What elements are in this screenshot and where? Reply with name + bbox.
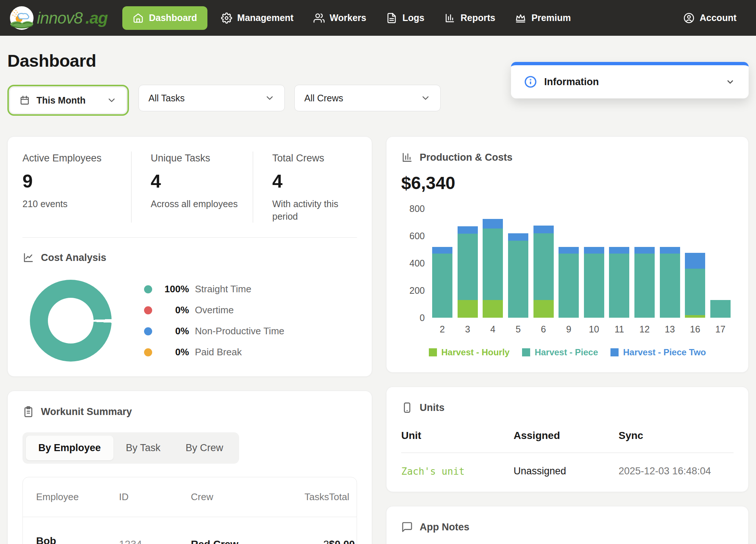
stat-sub: Across all employees — [151, 198, 238, 210]
bar-column: 3 — [458, 208, 478, 335]
bar-stack — [533, 226, 554, 318]
chevron-down-icon — [265, 93, 275, 103]
legend-label: Harvest - Hourly — [441, 347, 510, 358]
bar-segment — [685, 269, 705, 315]
tasks-filter-value: All Tasks — [148, 93, 185, 104]
legend-pct: 0% — [160, 304, 189, 316]
tab-by-crew[interactable]: By Crew — [173, 436, 236, 460]
gear-icon — [221, 13, 232, 24]
x-tick-label: 6 — [541, 318, 546, 335]
bar-column: 9 — [559, 208, 579, 335]
workunit-tabs: By Employee By Task By Crew — [22, 432, 239, 464]
calendar-icon — [20, 95, 30, 105]
bar-segment — [483, 229, 503, 300]
legend-dot — [144, 306, 152, 314]
section-title-text: App Notes — [420, 522, 469, 533]
bar-chart-icon — [401, 151, 413, 163]
x-tick-label: 11 — [615, 318, 624, 335]
col-header-total: Total — [329, 491, 349, 503]
bar-segment — [432, 254, 452, 318]
bar-segment — [634, 254, 655, 318]
x-tick-label: 16 — [690, 318, 700, 335]
x-tick-label: 2 — [440, 318, 445, 335]
bar-stack — [432, 247, 452, 318]
bar-column: 13 — [660, 208, 680, 335]
cell-crew: Red Crew — [191, 533, 287, 544]
bar-segment — [584, 254, 604, 318]
bar-column: 17 — [710, 208, 731, 335]
units-header-row: Unit Assigned Sync — [401, 430, 734, 453]
tab-by-task[interactable]: By Task — [113, 436, 173, 460]
bar-segment — [660, 254, 680, 318]
bar-segment — [483, 300, 503, 318]
crews-filter[interactable]: All Crews — [294, 85, 441, 111]
bar-segment — [458, 226, 478, 234]
unit-name-link[interactable]: Zach's unit — [401, 453, 514, 477]
nav-item-premium[interactable]: Premium — [505, 13, 581, 24]
legend-dot — [144, 285, 152, 293]
col-header-assigned: Assigned — [514, 430, 619, 453]
col-header-employee: Employee — [36, 491, 119, 503]
stat-value: 9 — [22, 171, 116, 192]
chart-legend-item: Harvest - Piece Two — [610, 347, 706, 358]
tab-by-employee[interactable]: By Employee — [26, 436, 113, 460]
stat-label: Unique Tasks — [151, 151, 238, 165]
bar-stack — [634, 247, 655, 318]
smartphone-icon — [401, 402, 413, 414]
app-notes-title: App Notes — [401, 521, 734, 533]
workunit-table: Employee ID Crew Tasks Total Bob Alexand… — [22, 477, 357, 544]
nav-item-account[interactable]: Account — [673, 13, 746, 24]
section-title-text: Production & Costs — [420, 152, 512, 163]
brand-logo[interactable]: innov8.ag — [10, 6, 108, 30]
legend-dot — [144, 348, 152, 356]
bar-stack — [685, 253, 705, 318]
date-filter-value: This Month — [36, 95, 85, 106]
stat-label: Total Crews — [272, 151, 342, 165]
date-filter-highlight: This Month — [7, 85, 129, 116]
bar-segment — [533, 300, 554, 318]
bar-column: 12 — [634, 208, 655, 335]
bar-stack — [559, 247, 579, 318]
table-header-row: Employee ID Crew Tasks Total — [23, 477, 357, 517]
bar-column: 10 — [584, 208, 604, 335]
legend-item-paid-break: 0% Paid Break — [144, 346, 284, 358]
bar-segment — [559, 247, 579, 254]
chevron-down-icon — [420, 93, 431, 103]
legend-pct: 100% — [160, 283, 189, 295]
nav-item-dashboard[interactable]: Dashboard — [122, 6, 207, 30]
top-nav: innov8.ag Dashboard Management Workers L… — [0, 0, 756, 36]
nav-item-management[interactable]: Management — [211, 13, 304, 24]
nav-item-reports[interactable]: Reports — [434, 13, 505, 24]
bar-stack — [710, 300, 731, 318]
information-panel[interactable]: Information — [511, 62, 749, 98]
app-notes-card: App Notes — [386, 506, 749, 544]
bar-segment — [660, 247, 680, 254]
bar-column: 4 — [483, 208, 503, 335]
date-filter[interactable]: This Month — [10, 87, 127, 114]
stat-value: 4 — [272, 171, 342, 192]
bar-segment — [508, 233, 528, 241]
chart-legend-item: Harvest - Piece — [522, 347, 598, 358]
bar-segment — [609, 247, 629, 254]
stat-active-employees: Active Employees 9 210 events — [22, 151, 131, 223]
nav-item-logs[interactable]: Logs — [376, 13, 434, 24]
bar-stack — [609, 247, 629, 318]
nav-item-workers[interactable]: Workers — [304, 13, 377, 24]
bar-segment — [685, 315, 705, 318]
tasks-filter[interactable]: All Tasks — [139, 85, 285, 111]
bar-segment — [559, 254, 579, 318]
legend-pct: 0% — [160, 325, 189, 337]
line-chart-icon — [22, 252, 34, 264]
bars-area: 234569101112131617 — [430, 208, 734, 335]
legend-label: Overtime — [195, 304, 234, 316]
legend-label: Harvest - Piece — [535, 347, 598, 358]
table-row[interactable]: Bob Alexander 1234 Red Crew 2 $0.00 — [23, 517, 357, 544]
workunit-summary-card: Workunit Summary By Employee By Task By … — [7, 391, 372, 544]
units-card: Units Unit Assigned Sync Zach's unit Una… — [386, 387, 749, 492]
bar-column: 2 — [432, 208, 452, 335]
section-title-text: Workunit Summary — [41, 406, 132, 418]
bar-stack — [458, 226, 478, 318]
cell-total: $0.00 — [329, 533, 355, 544]
bar-segment — [634, 247, 655, 254]
bar-segment — [533, 226, 554, 233]
